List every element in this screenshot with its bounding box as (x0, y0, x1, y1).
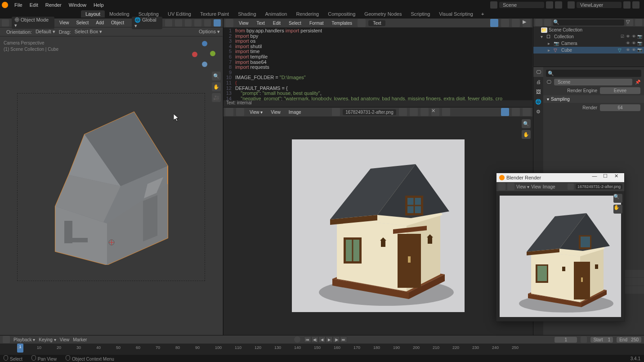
image-name-field[interactable]: 1678249731-2-after.png (343, 109, 396, 115)
code-line[interactable]: 11{ (224, 80, 532, 86)
move-view-icon[interactable]: ✋ (613, 205, 622, 214)
outliner-search[interactable]: 🔍 (553, 19, 624, 26)
prop-tab-render[interactable]: 🖵 (533, 67, 543, 77)
ie-unlink-icon[interactable]: ✕ (431, 108, 439, 116)
code-line[interactable]: 3import os (224, 39, 532, 44)
window-minimize-button[interactable]: — (589, 173, 600, 182)
rw-mode-icon[interactable] (507, 183, 514, 190)
workspace-tab-texture-paint[interactable]: Texture Paint (196, 10, 233, 18)
workspace-tab-layout[interactable]: Layout (81, 10, 105, 18)
ie-menu-view[interactable]: View (268, 109, 283, 115)
preview-range-icon[interactable] (581, 336, 587, 343)
rw-view-dropdown[interactable]: View ▾ (516, 184, 529, 189)
te-menu-templates[interactable]: Templates (329, 20, 355, 26)
ie-open-icon[interactable] (410, 108, 418, 116)
drag-dropdown[interactable]: Select Box ▾ (75, 29, 103, 35)
code-line[interactable]: 10IMAGE_FOLDER = "D:\Images" (224, 75, 532, 80)
overlay-icon[interactable] (185, 19, 192, 27)
code-line[interactable]: 5import time (224, 49, 532, 54)
vp-menu-select[interactable]: Select (74, 20, 91, 26)
sampling-panel[interactable]: ▾ Sampling (543, 95, 644, 103)
keyframe-next-button[interactable]: |▶ (333, 336, 340, 343)
mode-dropdown[interactable]: 🞋 Object Mode ▾ (12, 17, 54, 29)
code-line[interactable]: 7import base64 (224, 60, 532, 65)
editor-type-icon[interactable] (2, 19, 9, 27)
camera-view-icon[interactable]: 🎥 (212, 93, 221, 102)
viewlayer-name-field[interactable]: ViewLayer (577, 2, 622, 8)
tab-add-icon[interactable]: + (478, 10, 487, 18)
te-menu-select[interactable]: Select (286, 20, 304, 26)
window-maximize-button[interactable]: ☐ (600, 173, 611, 182)
zoom-icon[interactable]: 🔍 (613, 194, 622, 203)
tl-view-menu[interactable]: View (60, 337, 70, 342)
display-mode-icon[interactable] (544, 19, 551, 26)
outliner[interactable]: 🔍 ▽ 📁Scene Collection ▾☐Collection☑👁👁📷 ▸… (533, 18, 644, 66)
image-datablock-icon[interactable] (568, 183, 574, 190)
outliner-scene-collection[interactable]: 📁Scene Collection (533, 27, 644, 33)
editor-type-icon[interactable] (225, 108, 233, 116)
orientation-dropdown[interactable]: Default ▾ (36, 29, 55, 35)
zoom-icon[interactable]: 🔍 (212, 72, 221, 80)
ie-link-icon[interactable] (399, 108, 407, 116)
viewlayer-icon[interactable] (568, 1, 575, 9)
code-line[interactable]: 1from bpy.app.handlers import persistent (224, 28, 532, 34)
menu-help[interactable]: Help (90, 1, 107, 9)
code-line[interactable]: 6import tempfile (224, 54, 532, 60)
shading-toggle-icon[interactable] (204, 19, 211, 27)
workspace-tab-uv-editing[interactable]: UV Editing (163, 10, 196, 18)
new-collection-icon[interactable] (635, 19, 642, 26)
scene-icon[interactable] (490, 1, 497, 9)
text-editor[interactable]: View Text Edit Select Format Templates T… (223, 18, 532, 107)
outliner-item-cube[interactable]: ▸▽Cube▽👁👁📷 (533, 47, 644, 54)
text-datablock-icon[interactable] (358, 19, 366, 27)
ie-new-icon[interactable] (420, 108, 429, 116)
tl-keying-menu[interactable]: Keying ▾ (39, 337, 56, 342)
viewlayer-new-icon[interactable] (623, 1, 631, 9)
te-menu-view[interactable]: View (236, 20, 251, 26)
image-editor[interactable]: View ▾ View Image 1678249731-2-after.png… (223, 107, 532, 335)
play-button[interactable]: ▶ (326, 336, 333, 343)
filter-icon[interactable]: ▽ (626, 19, 633, 26)
ie-view-dropdown[interactable]: View ▾ (247, 109, 265, 115)
te-menu-text[interactable]: Text (254, 20, 268, 26)
render-window-titlebar[interactable]: Blender Render — ☐ ✕ (496, 173, 624, 182)
tl-marker-menu[interactable]: Marker (73, 337, 87, 342)
code-line[interactable]: 2import bpy (224, 34, 532, 39)
editor-type-icon[interactable] (225, 19, 233, 27)
workspace-tab-compositing[interactable]: Compositing (323, 10, 360, 18)
autokey-icon[interactable] (294, 336, 300, 343)
timeline[interactable]: Playback ▾ Keying ▾ View Marker ⏮ ◀| ◀ ▶… (0, 335, 644, 355)
editor-type-icon[interactable] (3, 336, 10, 343)
workspace-tab-rendering[interactable]: Rendering (291, 10, 323, 18)
ie-menu-image[interactable]: Image (286, 109, 304, 115)
prop-tab-viewlayer[interactable]: 🖼 (533, 87, 543, 97)
ie-display-icon[interactable] (501, 108, 509, 116)
vp-menu-view[interactable]: View (57, 20, 72, 26)
jump-start-button[interactable]: ⏮ (304, 336, 311, 343)
snap-icon[interactable] (165, 19, 172, 27)
options-dropdown[interactable]: Options ▾ (199, 29, 220, 35)
editor-type-icon[interactable] (498, 183, 505, 190)
outliner-collection[interactable]: ▾☐Collection☑👁👁📷 (533, 33, 644, 40)
zoom-icon[interactable]: 🔍 (522, 119, 531, 128)
scene-name-field[interactable]: Scene (499, 2, 544, 8)
scene-new-icon[interactable] (546, 1, 553, 9)
rw-menu-image[interactable]: Image (543, 184, 555, 189)
image-datablock-icon[interactable] (332, 108, 340, 116)
code-line[interactable]: 4import shutil (224, 44, 532, 49)
start-frame-field[interactable]: Start 1 (590, 337, 613, 343)
workspace-tab-animation[interactable]: Animation (261, 10, 292, 18)
ie-mode-icon[interactable] (236, 108, 244, 116)
save-icon[interactable] (512, 19, 520, 27)
te-menu-edit[interactable]: Edit (270, 20, 283, 26)
open-file-icon[interactable] (501, 19, 509, 27)
jump-end-button[interactable]: ⏭ (340, 336, 347, 343)
image-canvas[interactable]: 🔍 ✋ (224, 116, 532, 335)
vp-menu-add[interactable]: Add (94, 20, 106, 26)
workspace-tab-modeling[interactable]: Modeling (105, 10, 134, 18)
play-rev-button[interactable]: ◀ (318, 336, 326, 343)
xray-icon[interactable] (194, 19, 201, 27)
navigation-gizmo[interactable] (190, 39, 219, 68)
code-line[interactable]: 8import requests (224, 65, 532, 70)
workspace-tab-shading[interactable]: Shading (233, 10, 260, 18)
